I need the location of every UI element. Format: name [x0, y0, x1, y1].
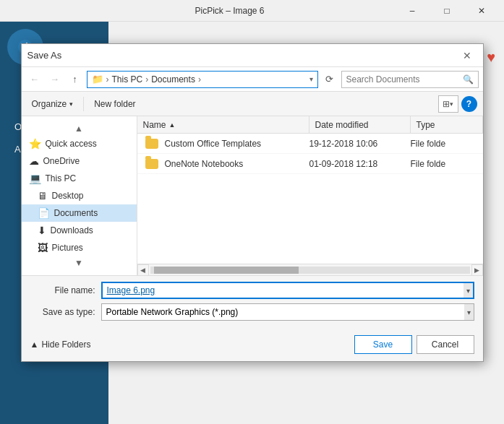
file-type-label: Save as type:	[30, 307, 95, 317]
h-scrollbar: ◀ ▶	[137, 264, 483, 275]
nav-item-this-pc[interactable]: 💻 This PC	[22, 170, 137, 187]
view-btn[interactable]: ⊞ ▾	[438, 95, 458, 113]
file-name-label: File name:	[30, 285, 95, 295]
dialog-titlebar: Save As ✕	[22, 44, 483, 67]
maximize-btn[interactable]: □	[430, 0, 464, 22]
nav-item-onedrive[interactable]: ☁ OneDrive	[22, 152, 137, 170]
cancel-button[interactable]: Cancel	[417, 335, 474, 354]
form-area: File name: Image 6.png ▾ Save as type: P…	[22, 275, 483, 331]
path-this-pc[interactable]: This PC	[112, 74, 143, 85]
file-type-custom-office: File folde	[411, 139, 483, 149]
file-type-onenote: File folde	[411, 159, 483, 169]
nav-label-quick-access: Quick access	[46, 139, 97, 149]
help-btn[interactable]: ?	[461, 96, 477, 112]
path-sep-1: ›	[106, 74, 109, 85]
file-type-value: Portable Network Graphics (*.png)	[106, 307, 464, 317]
col-header-date[interactable]: Date modified	[309, 116, 411, 133]
path-sep-2: ›	[145, 74, 148, 85]
file-list: Custom Office Templates 19-12-2018 10:06…	[137, 134, 483, 264]
new-folder-label: New folder	[94, 99, 135, 109]
dialog-footer: ▲ Hide Folders Save Cancel	[22, 331, 483, 361]
dialog-overlay: Save As ✕ ← → ↑ 📁 › This PC › Documents …	[0, 22, 504, 424]
toolbar-sep	[83, 97, 84, 111]
footer-buttons: Save Cancel	[354, 335, 474, 354]
path-sep-3: ›	[198, 74, 201, 85]
forward-btn[interactable]: →	[46, 71, 64, 88]
save-button[interactable]: Save	[354, 335, 412, 354]
view-arrow: ▾	[450, 100, 453, 108]
file-date-custom-office: 19-12-2018 10:06	[309, 139, 411, 149]
file-name-dropdown[interactable]: ▾	[464, 283, 473, 298]
onedrive-icon: ☁	[29, 155, 39, 167]
file-area: ▲ ⭐ Quick access ☁ OneDrive 💻 This PC	[22, 116, 483, 275]
nav-label-this-pc: This PC	[46, 173, 77, 183]
nav-label-desktop: Desktop	[52, 191, 84, 201]
title-bar: PicPick – Image 6 – □ ✕	[0, 0, 504, 22]
h-scroll-right-btn[interactable]: ▶	[471, 264, 483, 276]
file-type-select[interactable]: Portable Network Graphics (*.png) ▾	[101, 303, 474, 321]
desktop-icon: 🖥	[38, 190, 48, 202]
organize-arrow: ▾	[69, 100, 73, 108]
hide-folders-label: Hide Folders	[41, 339, 90, 350]
path-dropdown-arrow[interactable]: ▾	[309, 75, 313, 83]
file-name-onenote: OneNote Notebooks	[161, 159, 309, 169]
address-path[interactable]: 📁 › This PC › Documents › ▾	[87, 71, 318, 88]
downloads-icon: ⬇	[38, 225, 46, 236]
file-name-input[interactable]: Image 6.png ▾	[101, 282, 474, 299]
file-list-header: Name ▲ Date modified Type	[137, 116, 483, 134]
sort-arrow: ▲	[169, 121, 176, 129]
hide-folders-btn[interactable]: ▲ Hide Folders	[30, 339, 91, 350]
nav-item-pictures[interactable]: 🖼 Pictures	[22, 239, 137, 256]
nav-label-onedrive: OneDrive	[43, 156, 80, 166]
new-folder-btn[interactable]: New folder	[90, 97, 140, 111]
file-type-row: Save as type: Portable Network Graphics …	[30, 303, 474, 321]
nav-scroll-down[interactable]: ▼	[22, 256, 137, 269]
nav-item-downloads[interactable]: ⬇ Downloads	[22, 222, 137, 239]
quick-access-icon: ⭐	[29, 138, 41, 150]
documents-icon: 📄	[38, 207, 50, 219]
col-header-type[interactable]: Type	[411, 116, 483, 133]
nav-item-quick-access[interactable]: ⭐ Quick access	[22, 135, 137, 152]
app-title: PicPick – Image 6	[64, 6, 396, 16]
file-name-value: Image 6.png	[107, 285, 464, 295]
app-close-btn[interactable]: ✕	[465, 0, 498, 22]
app-window: PicPick – Image 6 – □ ✕ Options About ♥ …	[0, 0, 504, 424]
organize-btn[interactable]: Organize ▾	[27, 97, 78, 111]
file-name-row: File name: Image 6.png ▾	[30, 282, 474, 299]
pictures-icon: 🖼	[38, 242, 48, 254]
search-icon: 🔍	[463, 74, 474, 85]
nav-label-downloads: Downloads	[51, 225, 93, 235]
search-box[interactable]: 🔍	[341, 71, 479, 88]
file-item-onenote[interactable]: OneNote Notebooks 01-09-2018 12:18 File …	[137, 154, 483, 174]
address-bar: ← → ↑ 📁 › This PC › Documents › ▾ ⟳ 🔍	[22, 67, 483, 92]
minimize-btn[interactable]: –	[396, 0, 429, 22]
file-toolbar: Organize ▾ New folder ⊞ ▾ ?	[22, 92, 483, 116]
file-type-dropdown[interactable]: ▾	[464, 304, 474, 320]
save-as-dialog: Save As ✕ ← → ↑ 📁 › This PC › Documents …	[21, 43, 484, 362]
col-header-name[interactable]: Name ▲	[137, 116, 309, 133]
search-input[interactable]	[346, 74, 463, 85]
path-folder-icon: 📁	[92, 74, 103, 85]
path-documents[interactable]: Documents	[151, 74, 195, 85]
nav-panel: ▲ ⭐ Quick access ☁ OneDrive 💻 This PC	[22, 116, 137, 275]
file-item-custom-office[interactable]: Custom Office Templates 19-12-2018 10:06…	[137, 134, 483, 154]
nav-scroll-up[interactable]: ▲	[22, 122, 137, 135]
hide-folders-icon: ▲	[30, 339, 39, 350]
nav-item-documents[interactable]: 📄 Documents	[22, 204, 137, 222]
back-btn[interactable]: ←	[26, 71, 43, 88]
window-controls: – □ ✕	[396, 0, 498, 22]
folder-icon-custom-office	[143, 135, 161, 152]
dialog-title: Save As	[27, 50, 457, 61]
h-scroll-left-btn[interactable]: ◀	[137, 264, 149, 276]
file-name-custom-office: Custom Office Templates	[161, 139, 309, 149]
h-scroll-track[interactable]	[150, 267, 470, 274]
refresh-btn[interactable]: ⟳	[321, 71, 338, 88]
h-scroll-thumb[interactable]	[154, 267, 299, 274]
up-btn[interactable]: ↑	[67, 71, 84, 88]
folder-icon-onenote	[143, 155, 161, 173]
file-date-onenote: 01-09-2018 12:18	[309, 159, 411, 169]
dialog-close-btn[interactable]: ✕	[457, 46, 477, 66]
organize-label: Organize	[32, 99, 67, 109]
nav-item-desktop[interactable]: 🖥 Desktop	[22, 187, 137, 204]
file-list-area: Name ▲ Date modified Type	[137, 116, 483, 275]
